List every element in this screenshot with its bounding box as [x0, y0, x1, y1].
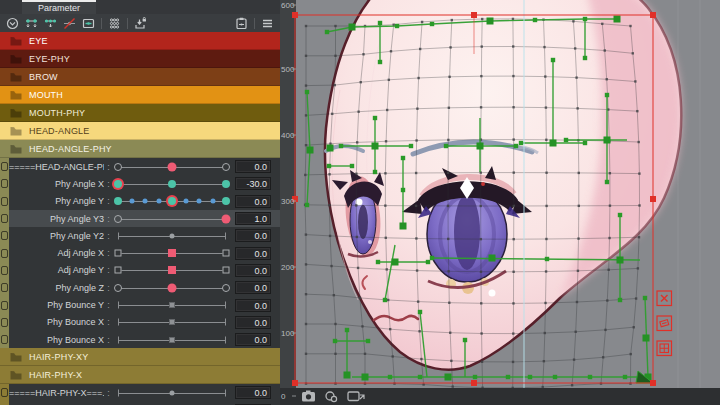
parameter-value-field[interactable]: 0.0	[235, 281, 271, 294]
parameter-slider[interactable]	[113, 296, 231, 313]
parameter-value-field[interactable]: 0.0	[235, 229, 271, 242]
slider-handle-teal-dot[interactable]	[222, 197, 230, 205]
toolbar-separator	[127, 18, 128, 29]
slider-three-keys-icon[interactable]	[44, 17, 57, 30]
slider-handle-open-circle[interactable]	[114, 215, 122, 223]
slider-handle-blue-dot[interactable]	[143, 199, 148, 204]
parameter-value-field[interactable]: 0.0	[235, 386, 271, 399]
slider-handle-gray-square[interactable]	[169, 302, 175, 308]
multi-dots-icon[interactable]	[108, 17, 121, 30]
slider-handle-open-square[interactable]	[223, 267, 230, 274]
parameter-slider[interactable]	[113, 175, 231, 192]
slider-disabled-icon[interactable]	[63, 17, 76, 30]
tab-parameter[interactable]: Parameter	[22, 0, 96, 14]
param-lock-icon[interactable]	[1, 197, 8, 206]
parameter-value-field[interactable]: 0.0	[235, 160, 271, 173]
slider-handle-blue-dot[interactable]	[129, 199, 134, 204]
slider-handle-blue-dot[interactable]	[156, 199, 161, 204]
parameter-value-field[interactable]: 0.0	[235, 264, 271, 277]
group-color-strip	[0, 193, 9, 210]
parameter-folder-row[interactable]: HAIR-PHY-XY	[0, 348, 280, 366]
menu-icon[interactable]	[261, 17, 274, 30]
parameter-value-field[interactable]: 0.0	[235, 333, 271, 346]
slider-handle-open-circle[interactable]	[114, 284, 122, 292]
parameter-value-field[interactable]: 1.0	[235, 212, 271, 225]
parameter-row: Phy Angle Y2 : 0.0	[0, 227, 280, 244]
slider-handle-open-square[interactable]	[223, 250, 230, 257]
parameter-row: Phy Angle Y3 : 1.0	[0, 210, 280, 227]
slider-two-keys-icon[interactable]	[25, 17, 38, 30]
parameter-slider[interactable]	[113, 262, 231, 279]
slider-handle-gray-square[interactable]	[169, 319, 175, 325]
param-lock-icon[interactable]	[1, 388, 8, 397]
param-lock-icon[interactable]	[1, 301, 8, 310]
param-lock-icon[interactable]	[1, 214, 8, 223]
slider-handle-open-square[interactable]	[115, 250, 122, 257]
parameter-slider[interactable]	[113, 314, 231, 331]
parameter-slider[interactable]	[113, 279, 231, 296]
param-lock-icon[interactable]	[1, 249, 8, 258]
folder-icon	[10, 352, 22, 362]
param-lock-icon[interactable]	[1, 162, 8, 171]
parameter-value-field[interactable]: -30.0	[235, 177, 271, 190]
slider-handle-pink-dot[interactable]	[222, 214, 231, 223]
parameter-slider[interactable]	[113, 244, 231, 261]
slider-handle-teal-ring[interactable]	[114, 180, 122, 188]
import-lock-icon[interactable]	[134, 17, 147, 30]
slider-handle-teal-dot[interactable]	[222, 180, 230, 188]
parameter-slider[interactable]	[113, 402, 231, 405]
parameter-value-field[interactable]: 0.0	[235, 316, 271, 329]
slider-handle-gray-square[interactable]	[169, 337, 175, 343]
param-lock-icon[interactable]	[1, 231, 8, 240]
param-lock-icon[interactable]	[1, 283, 8, 292]
clipboard-settings-icon[interactable]	[235, 17, 248, 30]
parameter-value-field[interactable]: 0.0	[235, 247, 271, 260]
parameter-value-field[interactable]: 0.0	[235, 299, 271, 312]
parameter-folder-row[interactable]: MOUTH-PHY	[0, 104, 280, 122]
parameter-slider[interactable]	[113, 331, 231, 348]
collapse-all-icon[interactable]	[6, 17, 19, 30]
parameter-value-field[interactable]: 0.0	[235, 195, 271, 208]
parameter-folder-row[interactable]: HEAD-ANGLE-PHY	[0, 140, 280, 158]
parameter-folder-row[interactable]: EYE	[0, 32, 280, 50]
svg-text:200: 200	[281, 263, 295, 272]
param-lock-icon[interactable]	[1, 335, 8, 344]
slider-handle-pink-square[interactable]	[168, 266, 176, 274]
slider-handle-teal-dot[interactable]	[114, 197, 122, 205]
parameter-folder-row[interactable]: EYE-PHY	[0, 50, 280, 68]
snapshot-camera-icon[interactable]	[302, 391, 315, 402]
parameter-folder-row[interactable]: MOUTH	[0, 86, 280, 104]
parameter-row: Adj Angle Y : 0.0	[0, 262, 280, 279]
parameter-slider[interactable]	[113, 193, 231, 210]
slider-handle-teal-ring[interactable]	[168, 197, 176, 205]
parameter-slider[interactable]	[113, 158, 231, 175]
label-separator: :	[104, 162, 113, 172]
slider-handle-gray-dot[interactable]	[170, 390, 175, 395]
slider-handle-blue-dot[interactable]	[210, 199, 215, 204]
parameter-folder-row[interactable]: HEAD-ANGLE	[0, 122, 280, 140]
param-lock-icon[interactable]	[1, 266, 8, 275]
slider-handle-pink-dot[interactable]	[168, 283, 177, 292]
slider-handle-open-square[interactable]	[115, 267, 122, 274]
svg-text:500: 500	[281, 65, 295, 74]
slider-handle-open-circle[interactable]	[222, 163, 230, 171]
parameter-slider[interactable]	[113, 227, 231, 244]
slider-handle-gray-dot[interactable]	[170, 233, 175, 238]
label-separator: :	[104, 335, 113, 345]
parameter-slider[interactable]	[113, 384, 231, 401]
parameter-folder-row[interactable]: HAIR-PHY-X	[0, 366, 280, 384]
param-lock-icon[interactable]	[1, 179, 8, 188]
parameter-slider[interactable]	[113, 210, 231, 227]
slider-handle-open-circle[interactable]	[114, 163, 122, 171]
svg-text:100: 100	[281, 329, 295, 338]
parameter-folder-row[interactable]: BROW	[0, 68, 280, 86]
slider-handle-pink-dot[interactable]	[168, 162, 177, 171]
group-color-strip	[0, 175, 9, 192]
slider-handle-teal-dot[interactable]	[168, 180, 176, 188]
slider-handle-pink-square[interactable]	[168, 249, 176, 257]
slider-handle-open-circle[interactable]	[222, 284, 230, 292]
slider-handle-blue-dot[interactable]	[197, 199, 202, 204]
slider-handle-blue-dot[interactable]	[183, 199, 188, 204]
monitor-slider-icon[interactable]	[82, 17, 95, 30]
param-lock-icon[interactable]	[1, 318, 8, 327]
